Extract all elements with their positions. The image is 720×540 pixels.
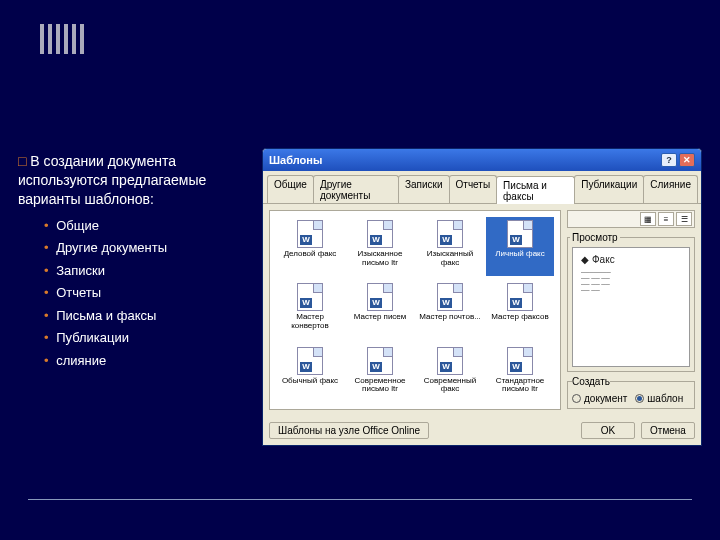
- list-item: Письма и факсы: [44, 307, 252, 325]
- document-icon: W: [437, 283, 463, 311]
- tab-other-docs[interactable]: Другие документы: [313, 175, 399, 203]
- list-item: Отчеты: [44, 284, 252, 302]
- details-view-button[interactable]: ☰: [676, 212, 692, 226]
- decorative-bars: [40, 24, 84, 54]
- template-item[interactable]: WМастер конвертов: [276, 280, 344, 339]
- list-item: Записки: [44, 262, 252, 280]
- document-icon: W: [507, 283, 533, 311]
- view-toolbar: ▦ ≡ ☰: [567, 210, 695, 228]
- dialog-title: Шаблоны: [269, 154, 322, 166]
- document-icon: W: [297, 283, 323, 311]
- list-item: Публикации: [44, 329, 252, 347]
- template-item[interactable]: WМастер писем: [346, 280, 414, 339]
- template-item[interactable]: WДеловой факс: [276, 217, 344, 276]
- template-item[interactable]: WОбычный факс: [276, 344, 344, 403]
- radio-document[interactable]: документ: [572, 393, 627, 404]
- radio-template[interactable]: шаблон: [635, 393, 683, 404]
- document-icon: W: [437, 220, 463, 248]
- list-item: слияние: [44, 352, 252, 370]
- list-view-button[interactable]: ≡: [658, 212, 674, 226]
- tab-merge[interactable]: Слияние: [643, 175, 698, 203]
- tab-reports[interactable]: Отчеты: [449, 175, 498, 203]
- dialog-titlebar[interactable]: Шаблоны ? ✕: [263, 149, 701, 171]
- list-item: Общие: [44, 217, 252, 235]
- slide-text: В создании документа используются предла…: [18, 152, 252, 375]
- tab-general[interactable]: Общие: [267, 175, 314, 203]
- template-item[interactable]: WИзысканный факс: [416, 217, 484, 276]
- create-legend: Создать: [572, 376, 610, 387]
- fax-icon: ◆: [581, 254, 589, 265]
- preview-page: ◆Факс ─────── ── ── ── ── ── ── ── ──: [572, 247, 690, 367]
- dialog-footer: Шаблоны на узле Office Online OK Отмена: [263, 416, 701, 445]
- template-item[interactable]: WСтандартное письмо ltr: [486, 344, 554, 403]
- tab-notes[interactable]: Записки: [398, 175, 450, 203]
- template-item[interactable]: WМастер факсов: [486, 280, 554, 339]
- document-icon: W: [507, 347, 533, 375]
- list-item: Другие документы: [44, 239, 252, 257]
- cancel-button[interactable]: Отмена: [641, 422, 695, 439]
- large-icons-button[interactable]: ▦: [640, 212, 656, 226]
- template-item[interactable]: WМастер почтов...: [416, 280, 484, 339]
- help-button[interactable]: ?: [661, 153, 677, 167]
- document-icon: W: [297, 220, 323, 248]
- close-button[interactable]: ✕: [679, 153, 695, 167]
- document-icon: W: [367, 347, 393, 375]
- office-online-button[interactable]: Шаблоны на узле Office Online: [269, 422, 429, 439]
- templates-dialog: Шаблоны ? ✕ Общие Другие документы Запис…: [262, 148, 702, 446]
- preview-legend: Просмотр: [570, 232, 620, 243]
- template-item[interactable]: WСовременное письмо ltr: [346, 344, 414, 403]
- tab-letters-faxes[interactable]: Письма и факсы: [496, 176, 575, 204]
- document-icon: W: [507, 220, 533, 248]
- preview-panel: Просмотр ◆Факс ─────── ── ── ── ── ── ──…: [567, 232, 695, 372]
- create-panel: Создать документ шаблон: [567, 376, 695, 409]
- document-icon: W: [367, 283, 393, 311]
- template-category-list: Общие Другие документы Записки Отчеты Пи…: [18, 217, 252, 370]
- document-icon: W: [297, 347, 323, 375]
- template-item[interactable]: WСовременный факс: [416, 344, 484, 403]
- tab-strip: Общие Другие документы Записки Отчеты Пи…: [263, 171, 701, 204]
- template-grid: WДеловой факс WИзысканное письмо ltr WИз…: [269, 210, 561, 410]
- template-item-selected[interactable]: WЛичный факс: [486, 217, 554, 276]
- document-icon: W: [437, 347, 463, 375]
- template-item[interactable]: WИзысканное письмо ltr: [346, 217, 414, 276]
- divider: [28, 499, 692, 500]
- tab-publications[interactable]: Публикации: [574, 175, 644, 203]
- lead-text: В создании документа используются предла…: [18, 152, 252, 209]
- document-icon: W: [367, 220, 393, 248]
- ok-button[interactable]: OK: [581, 422, 635, 439]
